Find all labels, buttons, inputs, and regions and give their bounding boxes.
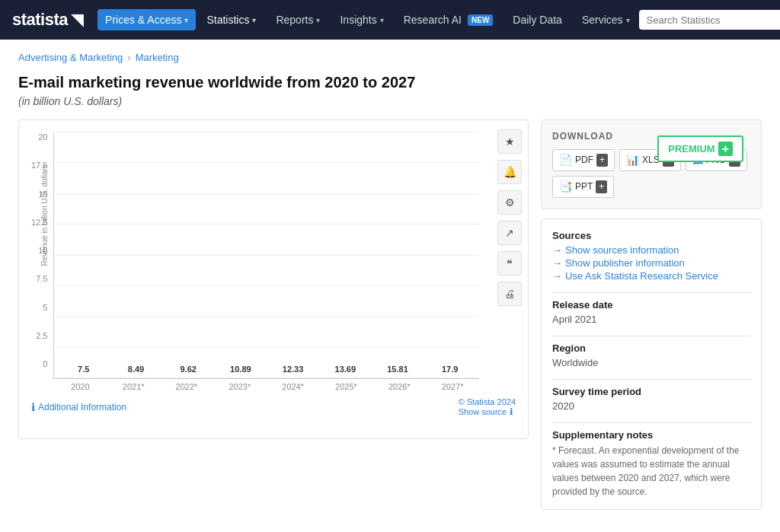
show-publisher-link[interactable]: → Show publisher information bbox=[552, 257, 750, 269]
show-source-link[interactable]: Show source ℹ bbox=[459, 406, 516, 417]
premium-plus-icon: + bbox=[718, 142, 733, 156]
grid-line bbox=[54, 193, 479, 194]
info-section: Sources → Show sources information → Sho… bbox=[541, 218, 762, 510]
info-icon: ℹ bbox=[510, 406, 513, 417]
page-subtitle: (in billion U.S. dollars) bbox=[18, 95, 762, 107]
x-axis-label: 2026* bbox=[372, 382, 426, 391]
x-axis-label: 2021* bbox=[107, 382, 160, 391]
nav-prices-access-label: Prices & Access bbox=[105, 14, 181, 26]
pdf-icon: 📄 bbox=[559, 154, 572, 166]
breadcrumb-item-advertising[interactable]: Advertising & Marketing bbox=[18, 52, 123, 63]
show-publisher-label: Show publisher information bbox=[565, 257, 685, 269]
divider bbox=[552, 292, 750, 293]
nav-reports-label: Reports bbox=[276, 14, 313, 26]
bars-area: 7.58.499.6210.8912.3313.6915.8117.9 bbox=[53, 132, 479, 379]
chevron-down-icon: ▾ bbox=[316, 16, 320, 24]
divider bbox=[552, 336, 750, 336]
premium-button[interactable]: PREMIUM + bbox=[657, 135, 743, 162]
grid-line bbox=[54, 377, 479, 378]
x-axis-label: 2023* bbox=[213, 382, 267, 391]
xls-icon: 📊 bbox=[626, 154, 639, 166]
nav-prices-access[interactable]: Prices & Access ▾ bbox=[98, 9, 196, 30]
chevron-down-icon: ▾ bbox=[626, 16, 630, 24]
arrow-icon: → bbox=[552, 244, 562, 256]
chart-container: ★ 🔔 ⚙ ↗ ❝ 🖨 20 17.5 15 12.5 10 7.5 5 2.5 bbox=[18, 119, 529, 439]
nav-services-label: Services bbox=[582, 14, 623, 26]
nav-insights-label: Insights bbox=[340, 14, 376, 26]
survey-period-label: Survey time period bbox=[552, 386, 750, 397]
y-tick: 5 bbox=[43, 303, 47, 312]
x-axis-label: 2027* bbox=[426, 382, 479, 391]
bar-value-label: 15.81 bbox=[387, 365, 408, 374]
supplementary-value: * Forecast. An exponential development o… bbox=[552, 444, 750, 499]
show-sources-label: Show sources information bbox=[565, 244, 679, 256]
download-ppt-label: PPT bbox=[575, 181, 593, 192]
chart-credit-area: © Statista 2024 Show source ℹ bbox=[459, 397, 516, 417]
region-block: Region Worldwide bbox=[552, 342, 750, 368]
additional-info-label: Additional Information bbox=[38, 402, 126, 413]
pdf-plus: + bbox=[596, 154, 608, 167]
release-date-block: Release date April 2021 bbox=[552, 299, 750, 325]
header-right: 🔍 🌐 Login bbox=[639, 10, 780, 30]
nav-daily-data-label: Daily Data bbox=[513, 14, 562, 26]
nav-statistics[interactable]: Statistics ▾ bbox=[197, 9, 265, 30]
breadcrumb-item-marketing[interactable]: Marketing bbox=[136, 52, 179, 63]
content-area: ★ 🔔 ⚙ ↗ ❝ 🖨 20 17.5 15 12.5 10 7.5 5 2.5 bbox=[18, 119, 762, 510]
info-icon: ℹ bbox=[31, 401, 35, 413]
grid-line bbox=[54, 285, 479, 286]
bar-value-label: 12.33 bbox=[283, 365, 304, 374]
additional-info-link[interactable]: ℹ Additional Information bbox=[31, 401, 126, 413]
sources-label: Sources bbox=[552, 230, 750, 241]
research-ai-badge: NEW bbox=[468, 14, 493, 26]
show-sources-link[interactable]: → Show sources information bbox=[552, 244, 750, 256]
nav-insights[interactable]: Insights ▾ bbox=[331, 9, 392, 30]
region-value: Worldwide bbox=[552, 357, 750, 368]
nav-daily-data[interactable]: Daily Data bbox=[503, 9, 571, 30]
ppt-icon: 📑 bbox=[559, 180, 572, 193]
premium-label: PREMIUM bbox=[668, 143, 714, 155]
download-ppt-button[interactable]: 📑 PPT + bbox=[552, 176, 614, 198]
chevron-down-icon: ▾ bbox=[184, 16, 188, 24]
header: statista ◥ Prices & Access ▾ Statistics … bbox=[0, 0, 780, 40]
arrow-icon: → bbox=[552, 270, 562, 282]
grid-line bbox=[54, 347, 479, 348]
ask-statista-label: Use Ask Statista Research Service bbox=[565, 270, 718, 282]
bar-value-label: 9.62 bbox=[180, 365, 196, 374]
bar-value-label: 13.69 bbox=[335, 365, 356, 374]
ask-statista-link[interactable]: → Use Ask Statista Research Service bbox=[552, 270, 750, 282]
show-source-label: Show source bbox=[459, 407, 507, 416]
y-tick: 0 bbox=[43, 359, 47, 368]
x-labels: 20202021*2022*2023*2024*2025*2026*2027* bbox=[53, 379, 479, 391]
grid-line bbox=[54, 255, 479, 256]
page-title: E-mail marketing revenue worldwide from … bbox=[18, 72, 762, 92]
main-content: Advertising & Marketing › Marketing E-ma… bbox=[0, 40, 780, 522]
bar-value-label: 8.49 bbox=[128, 365, 144, 374]
download-pdf-label: PDF bbox=[575, 155, 593, 165]
search-box[interactable]: 🔍 bbox=[639, 10, 780, 30]
nav-research-ai-label: Research AI bbox=[404, 14, 462, 26]
release-date-value: April 2021 bbox=[552, 314, 750, 325]
nav-services[interactable]: Services ▾ bbox=[573, 9, 639, 30]
supplementary-label: Supplementary notes bbox=[552, 429, 750, 441]
logo-icon: ◥ bbox=[71, 10, 84, 30]
y-axis-label: Revenue in billion U.S. dollars bbox=[41, 164, 50, 266]
download-section: DOWNLOAD 📄 PDF + 📊 XLS + 🖼 PNG bbox=[541, 119, 762, 209]
search-input[interactable] bbox=[647, 14, 780, 26]
grid-lines bbox=[54, 132, 479, 378]
download-pdf-button[interactable]: 📄 PDF + bbox=[552, 149, 615, 171]
nav-reports[interactable]: Reports ▾ bbox=[267, 9, 329, 30]
chevron-down-icon: ▾ bbox=[252, 16, 256, 24]
x-axis-label: 2024* bbox=[267, 382, 320, 391]
sidebar: DOWNLOAD 📄 PDF + 📊 XLS + 🖼 PNG bbox=[541, 119, 762, 510]
logo[interactable]: statista ◥ bbox=[12, 10, 84, 30]
bar-value-label: 7.5 bbox=[78, 365, 89, 374]
nav-research-ai[interactable]: Research AI NEW bbox=[395, 9, 503, 30]
supplementary-block: Supplementary notes * Forecast. An expon… bbox=[552, 429, 750, 499]
region-label: Region bbox=[552, 342, 750, 354]
sources-block: Sources → Show sources information → Sho… bbox=[552, 230, 750, 282]
y-tick: 20 bbox=[38, 132, 47, 142]
page-header-area: Advertising & Marketing › Marketing E-ma… bbox=[18, 52, 762, 107]
x-axis-label: 2020 bbox=[53, 382, 107, 391]
y-tick: 7.5 bbox=[36, 274, 47, 283]
breadcrumb-separator: › bbox=[127, 52, 130, 63]
